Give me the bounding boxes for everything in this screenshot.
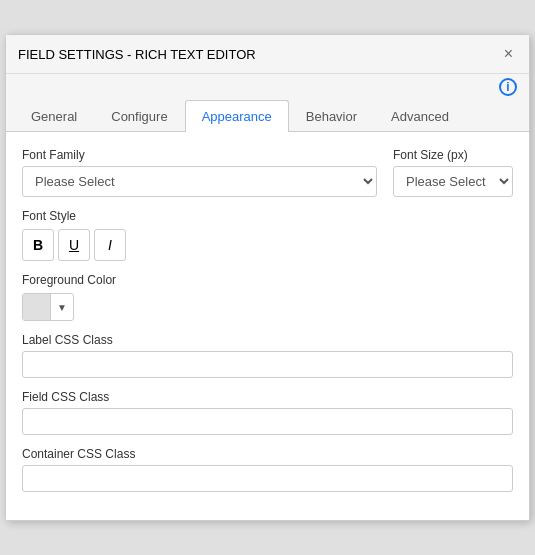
color-dropdown-arrow: ▼ xyxy=(51,302,73,313)
tab-bar: General Configure Appearance Behavior Ad… xyxy=(6,100,529,132)
container-css-group: Container CSS Class xyxy=(22,447,513,492)
info-row: i xyxy=(6,74,529,100)
underline-button[interactable]: U xyxy=(58,229,90,261)
label-css-label: Label CSS Class xyxy=(22,333,513,347)
font-family-select[interactable]: Please Select xyxy=(22,166,377,197)
field-css-label: Field CSS Class xyxy=(22,390,513,404)
tab-appearance[interactable]: Appearance xyxy=(185,100,289,132)
tab-general[interactable]: General xyxy=(14,100,94,132)
foreground-color-row: Foreground Color ▼ xyxy=(22,273,513,321)
close-button[interactable]: × xyxy=(500,45,517,63)
tab-behavior[interactable]: Behavior xyxy=(289,100,374,132)
field-css-group: Field CSS Class xyxy=(22,390,513,435)
container-css-input[interactable] xyxy=(22,465,513,492)
info-icon[interactable]: i xyxy=(499,78,517,96)
content-area: Font Family Please Select Font Size (px)… xyxy=(6,132,529,520)
font-size-group: Font Size (px) Please Select xyxy=(393,148,513,197)
font-size-select[interactable]: Please Select xyxy=(393,166,513,197)
label-css-group: Label CSS Class xyxy=(22,333,513,378)
style-buttons: B U I xyxy=(22,229,513,261)
field-css-input[interactable] xyxy=(22,408,513,435)
tab-configure[interactable]: Configure xyxy=(94,100,184,132)
color-picker-button[interactable]: ▼ xyxy=(22,293,74,321)
tab-advanced[interactable]: Advanced xyxy=(374,100,466,132)
font-family-group: Font Family Please Select xyxy=(22,148,377,197)
field-settings-dialog: FIELD SETTINGS - RICH TEXT EDITOR × i Ge… xyxy=(5,34,530,521)
font-row: Font Family Please Select Font Size (px)… xyxy=(22,148,513,197)
font-family-label: Font Family xyxy=(22,148,377,162)
dialog-header: FIELD SETTINGS - RICH TEXT EDITOR × xyxy=(6,35,529,74)
font-style-label: Font Style xyxy=(22,209,513,223)
label-css-input[interactable] xyxy=(22,351,513,378)
font-style-row: Font Style B U I xyxy=(22,209,513,261)
foreground-color-label: Foreground Color xyxy=(22,273,513,287)
container-css-label: Container CSS Class xyxy=(22,447,513,461)
dialog-title: FIELD SETTINGS - RICH TEXT EDITOR xyxy=(18,47,256,62)
bold-button[interactable]: B xyxy=(22,229,54,261)
italic-button[interactable]: I xyxy=(94,229,126,261)
font-size-label: Font Size (px) xyxy=(393,148,513,162)
color-swatch xyxy=(23,294,51,320)
